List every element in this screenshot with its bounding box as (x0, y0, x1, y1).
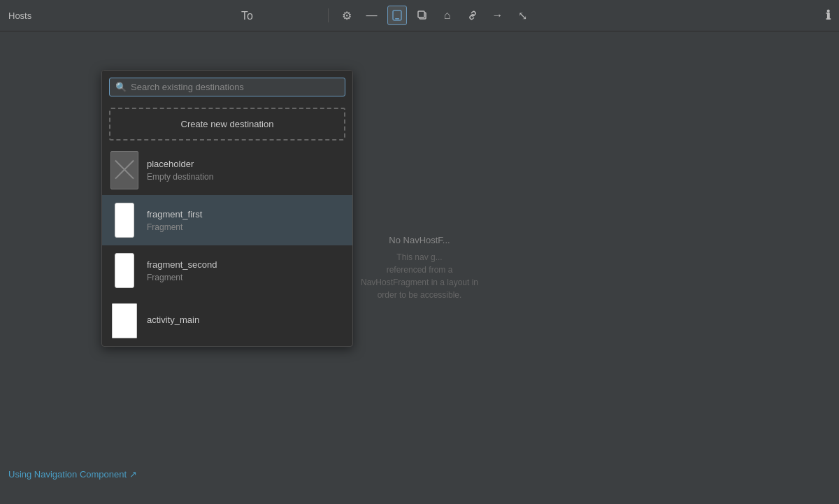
background-message: No NavHostF... This nav g...referenced f… (361, 235, 478, 301)
toolbar-title: Hosts (8, 10, 31, 21)
dropdown-list: Create new destination placeholder Empty… (102, 102, 352, 346)
item-name: placeholder (147, 159, 213, 169)
item-name: fragment_first (147, 209, 202, 219)
fragment-first-thumbnail (110, 201, 138, 240)
bg-message-body: This nav g...referenced from aNavHostFra… (361, 251, 478, 301)
list-item[interactable]: fragment_second Fragment (102, 245, 352, 296)
bg-message-title: No NavHostF... (361, 235, 478, 245)
placeholder-thumbnail (110, 151, 138, 189)
item-info: fragment_second Fragment (147, 259, 217, 282)
list-item[interactable]: fragment_first Fragment (102, 195, 352, 245)
main-area: No NavHostF... This nav g...referenced f… (0, 31, 839, 504)
gear-icon[interactable]: ⚙ (337, 6, 357, 25)
search-icon: 🔍 (115, 82, 127, 92)
activity-main-thumbnail (110, 302, 138, 340)
info-icon[interactable]: ℹ (826, 8, 831, 23)
copy-icon[interactable] (413, 6, 432, 25)
list-item[interactable]: activity_main (102, 296, 352, 346)
item-info: fragment_first Fragment (147, 209, 202, 232)
item-type: Fragment (147, 222, 202, 232)
search-area: 🔍 (102, 71, 352, 102)
item-info: placeholder Empty destination (147, 159, 213, 182)
item-info: activity_main (147, 315, 199, 328)
svg-rect-3 (418, 11, 424, 17)
to-label: To (241, 0, 253, 31)
arrow-right-icon[interactable]: → (488, 6, 508, 25)
svg-rect-1 (395, 18, 399, 20)
item-type: Fragment (147, 273, 217, 282)
item-name: activity_main (147, 315, 199, 325)
navigation-component-link[interactable]: Using Navigation Component ↗ (8, 469, 137, 480)
list-item[interactable]: placeholder Empty destination (102, 145, 352, 195)
toolbar: Hosts To ⚙ — ⌂ → ⤡ ℹ (0, 0, 839, 31)
link-icon[interactable] (463, 6, 482, 25)
search-input[interactable] (131, 82, 339, 92)
phone-icon[interactable] (387, 6, 407, 25)
expand-icon[interactable]: ⤡ (513, 6, 533, 25)
minus-icon[interactable]: — (362, 6, 382, 25)
search-input-wrapper[interactable]: 🔍 (109, 78, 345, 96)
destination-dropdown: 🔍 Create new destination placeholder Emp… (101, 70, 353, 347)
toolbar-separator (328, 8, 329, 22)
create-new-destination-item[interactable]: Create new destination (109, 108, 345, 141)
fragment-second-thumbnail (110, 252, 138, 290)
item-name: fragment_second (147, 259, 217, 270)
home-icon[interactable]: ⌂ (438, 6, 457, 25)
item-type: Empty destination (147, 172, 213, 182)
